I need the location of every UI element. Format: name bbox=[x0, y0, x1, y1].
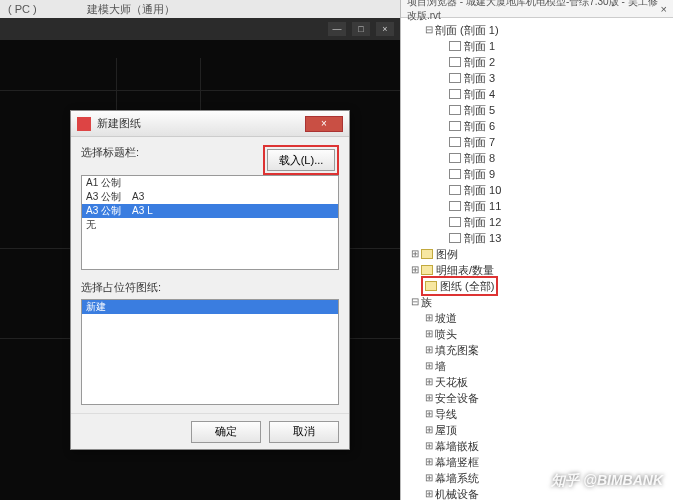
expand-icon[interactable]: ⊞ bbox=[409, 262, 421, 278]
list-item-selected[interactable]: 新建 bbox=[82, 300, 338, 314]
folder-icon bbox=[421, 249, 433, 259]
list-item[interactable]: A3 公制 A3 bbox=[82, 190, 338, 204]
tree-node[interactable]: 剖面 3 bbox=[409, 70, 669, 86]
tree-node-label: 剖面 6 bbox=[464, 118, 495, 134]
browser-title-text: 项目浏览器 - 城建大厦地库机电模型-管综7.30版 - 吴工修改版.rvt bbox=[407, 0, 661, 23]
collapse-icon[interactable]: ⊟ bbox=[409, 294, 421, 310]
tree-node[interactable]: ⊞喷头 bbox=[409, 326, 669, 342]
tree-node[interactable]: ⊞幕墙嵌板 bbox=[409, 438, 669, 454]
expand-icon[interactable]: ⊞ bbox=[409, 246, 421, 262]
tree-node[interactable]: 剖面 2 bbox=[409, 54, 669, 70]
tree-node-label: 剖面 7 bbox=[464, 134, 495, 150]
browser-titlebar[interactable]: 项目浏览器 - 城建大厦地库机电模型-管综7.30版 - 吴工修改版.rvt × bbox=[401, 0, 673, 18]
expand-icon[interactable]: ⊞ bbox=[423, 310, 435, 326]
expand-icon[interactable]: ⊞ bbox=[423, 342, 435, 358]
tree-node-label: 坡道 bbox=[435, 310, 457, 326]
tree-node[interactable]: ⊞墙 bbox=[409, 358, 669, 374]
tree-node[interactable]: ⊞坡道 bbox=[409, 310, 669, 326]
browser-tree[interactable]: ⊟剖面 (剖面 1)剖面 1剖面 2剖面 3剖面 4剖面 5剖面 6剖面 7剖面… bbox=[401, 18, 673, 500]
tree-node[interactable]: 剖面 5 bbox=[409, 102, 669, 118]
browser-close-button[interactable]: × bbox=[661, 3, 667, 15]
maximize-button[interactable]: □ bbox=[352, 22, 370, 36]
tree-node[interactable]: ⊞天花板 bbox=[409, 374, 669, 390]
tree-node[interactable]: 剖面 7 bbox=[409, 134, 669, 150]
cancel-button[interactable]: 取消 bbox=[269, 421, 339, 443]
tree-node-label: 剖面 9 bbox=[464, 166, 495, 182]
tree-node[interactable]: 剖面 13 bbox=[409, 230, 669, 246]
list-item[interactable]: 无 bbox=[82, 218, 338, 232]
tree-node[interactable]: 图纸 (全部) bbox=[409, 278, 669, 294]
dialog-close-button[interactable]: × bbox=[305, 116, 343, 132]
tree-node[interactable]: ⊞安全设备 bbox=[409, 390, 669, 406]
tree-node[interactable]: ⊞屋顶 bbox=[409, 422, 669, 438]
expand-icon[interactable]: ⊞ bbox=[423, 406, 435, 422]
folder-icon bbox=[421, 265, 433, 275]
dialog-icon bbox=[77, 117, 91, 131]
list-item[interactable]: A1 公制 bbox=[82, 176, 338, 190]
expand-icon[interactable]: ⊞ bbox=[423, 470, 435, 486]
expand-icon[interactable]: ⊞ bbox=[423, 358, 435, 374]
expand-icon[interactable]: ⊞ bbox=[423, 374, 435, 390]
watermark: 知乎 @BIMBANK bbox=[551, 472, 663, 490]
menu-item-modeler[interactable]: 建模大师（通用） bbox=[87, 2, 175, 17]
sheet-icon bbox=[449, 73, 461, 83]
tree-node-label: 墙 bbox=[435, 358, 446, 374]
titleblock-label: 选择标题栏: bbox=[81, 145, 139, 160]
tree-node-label: 剖面 5 bbox=[464, 102, 495, 118]
sheet-icon bbox=[449, 233, 461, 243]
expand-icon[interactable]: ⊞ bbox=[423, 438, 435, 454]
tree-node-label: 导线 bbox=[435, 406, 457, 422]
tree-node-label: 图纸 (全部) bbox=[440, 278, 494, 294]
tree-node-label: 填充图案 bbox=[435, 342, 479, 358]
tree-node[interactable]: ⊟族 bbox=[409, 294, 669, 310]
expand-icon[interactable]: ⊞ bbox=[423, 454, 435, 470]
tree-node-label: 天花板 bbox=[435, 374, 468, 390]
tree-node[interactable]: 剖面 8 bbox=[409, 150, 669, 166]
ok-button[interactable]: 确定 bbox=[191, 421, 261, 443]
tree-node-label: 剖面 4 bbox=[464, 86, 495, 102]
tree-node-label: 剖面 8 bbox=[464, 150, 495, 166]
tree-node[interactable]: 剖面 1 bbox=[409, 38, 669, 54]
tree-node[interactable]: 剖面 11 bbox=[409, 198, 669, 214]
tree-node-label: 剖面 3 bbox=[464, 70, 495, 86]
dialog-titlebar[interactable]: 新建图纸 × bbox=[71, 111, 349, 137]
tree-node[interactable]: 剖面 10 bbox=[409, 182, 669, 198]
tree-node-label: 剖面 (剖面 1) bbox=[435, 22, 499, 38]
close-view-button[interactable]: × bbox=[376, 22, 394, 36]
load-button[interactable]: 载入(L)... bbox=[267, 149, 335, 171]
tree-node[interactable]: ⊞幕墙竖框 bbox=[409, 454, 669, 470]
tree-node[interactable]: 剖面 12 bbox=[409, 214, 669, 230]
placeholder-label: 选择占位符图纸: bbox=[81, 280, 339, 295]
tree-node-label: 幕墙竖框 bbox=[435, 454, 479, 470]
menu-item-pc[interactable]: ( PC ) bbox=[8, 3, 37, 15]
tree-node-label: 剖面 11 bbox=[464, 198, 501, 214]
tree-node-label: 剖面 13 bbox=[464, 230, 501, 246]
tree-node[interactable]: ⊞填充图案 bbox=[409, 342, 669, 358]
sheet-icon bbox=[449, 89, 461, 99]
tree-node-label: 族 bbox=[421, 294, 432, 310]
tree-node-label: 安全设备 bbox=[435, 390, 479, 406]
new-sheet-dialog: 新建图纸 × 选择标题栏: 载入(L)... A1 公制 A3 公制 A3 A3… bbox=[70, 110, 350, 450]
tree-node[interactable]: ⊞图例 bbox=[409, 246, 669, 262]
tree-node[interactable]: 剖面 9 bbox=[409, 166, 669, 182]
placeholder-listbox[interactable]: 新建 bbox=[81, 299, 339, 405]
expand-icon[interactable]: ⊞ bbox=[423, 486, 435, 500]
tree-node-label: 幕墙系统 bbox=[435, 470, 479, 486]
minimize-button[interactable]: — bbox=[328, 22, 346, 36]
menu-bar: ( PC ) 建模大师（通用） bbox=[0, 0, 400, 18]
expand-icon[interactable]: ⊞ bbox=[423, 390, 435, 406]
tree-node[interactable]: 剖面 4 bbox=[409, 86, 669, 102]
tree-node[interactable]: ⊟剖面 (剖面 1) bbox=[409, 22, 669, 38]
tree-node-label: 剖面 10 bbox=[464, 182, 501, 198]
list-item-selected[interactable]: A3 公制 A3 L bbox=[82, 204, 338, 218]
tree-node[interactable]: 剖面 6 bbox=[409, 118, 669, 134]
tree-node[interactable]: ⊞导线 bbox=[409, 406, 669, 422]
tree-node-label: 机械设备 bbox=[435, 486, 479, 500]
expand-icon[interactable]: ⊞ bbox=[423, 422, 435, 438]
titleblock-listbox[interactable]: A1 公制 A3 公制 A3 A3 公制 A3 L 无 bbox=[81, 175, 339, 270]
dialog-button-row: 确定 取消 bbox=[71, 413, 349, 449]
expand-icon[interactable]: ⊞ bbox=[423, 326, 435, 342]
highlight-frame: 图纸 (全部) bbox=[421, 276, 498, 296]
collapse-icon[interactable]: ⊟ bbox=[423, 22, 435, 38]
sheet-icon bbox=[449, 153, 461, 163]
